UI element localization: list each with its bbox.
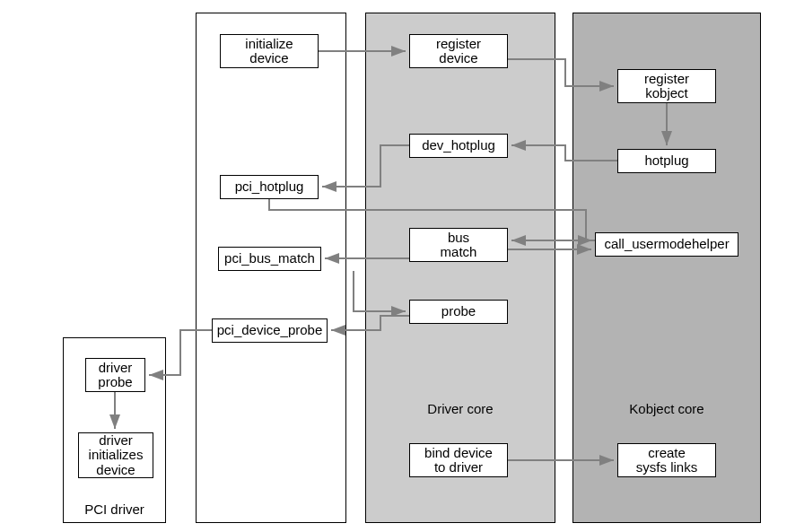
node-initialize-device: initializedevice [220, 34, 319, 68]
node-pci-bus-match: pci_bus_match [218, 247, 321, 271]
node-pci-device-probe: pci_device_probe [212, 318, 328, 343]
node-pci-hotplug: pci_hotplug [220, 175, 319, 199]
node-bus-match: busmatch [409, 228, 508, 262]
node-hotplug: hotplug [617, 149, 716, 173]
column-label-kobject-core: Kobject core [573, 401, 760, 416]
node-driver-initializes-device: driverinitializesdevice [78, 432, 153, 478]
node-probe: probe [409, 300, 508, 324]
node-call-usermodehelper: call_usermodehelper [595, 232, 738, 257]
column-label-driver-core: Driver core [366, 401, 555, 416]
node-register-kobject: registerkobject [617, 69, 716, 103]
column-label-pci-driver: PCI driver [64, 501, 165, 517]
node-bind-device: bind deviceto driver [409, 443, 508, 477]
node-register-device: registerdevice [409, 34, 508, 68]
node-create-sysfs: createsysfs links [617, 443, 716, 477]
node-driver-probe: driverprobe [85, 358, 145, 392]
node-dev-hotplug: dev_hotplug [409, 134, 508, 158]
